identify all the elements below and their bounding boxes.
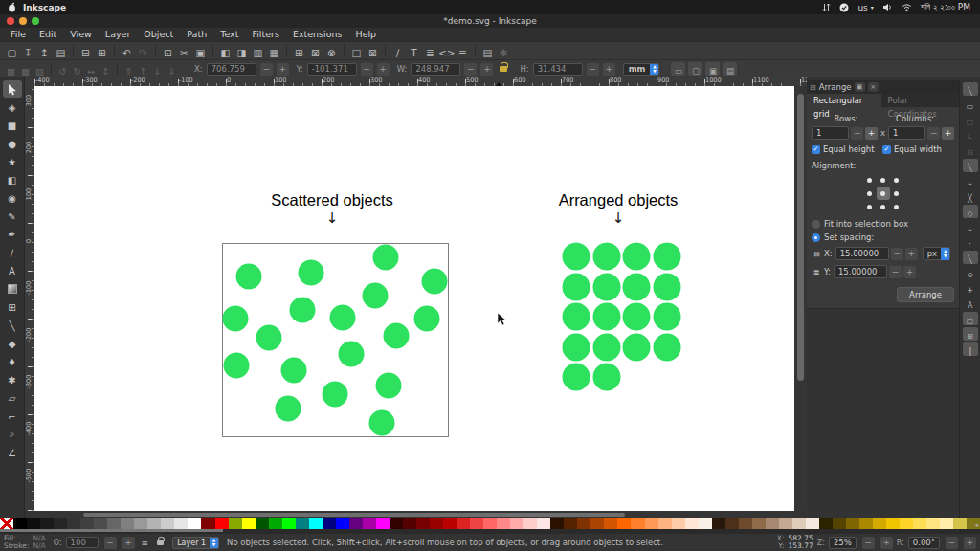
scale-gradient-button[interactable]: ▣ <box>705 62 720 76</box>
scale-corners-button[interactable]: ▢ <box>688 62 702 76</box>
color-swatch[interactable] <box>309 518 323 529</box>
alignment-cell-8[interactable] <box>890 200 903 213</box>
menu-view[interactable]: View <box>63 28 99 41</box>
columns-input[interactable]: 1 <box>888 126 925 140</box>
undo-button[interactable]: ↶ <box>119 44 135 58</box>
spacing-y-increment-button[interactable]: + <box>903 266 916 278</box>
redo-button[interactable]: ↷ <box>135 44 151 58</box>
set-spacing-radio[interactable]: Set spacing: <box>812 232 954 242</box>
color-swatch[interactable] <box>699 518 712 529</box>
menu-text[interactable]: Text <box>213 28 245 41</box>
color-swatch[interactable] <box>229 518 242 529</box>
color-swatch[interactable] <box>457 518 470 529</box>
fill-stroke-indicator[interactable]: Fill: N/A Stroke: N/A <box>4 535 46 550</box>
color-swatch[interactable] <box>792 518 806 529</box>
color-swatch[interactable] <box>953 518 967 529</box>
chevron-down-icon[interactable]: ▾ <box>871 4 874 11</box>
open-recent-button[interactable]: ⊟ <box>78 44 94 58</box>
document-new-button[interactable]: ▢ <box>4 44 20 58</box>
spiral-tool[interactable]: ◉ <box>3 189 22 207</box>
duplicate-button[interactable]: ⊞ <box>291 44 307 58</box>
rotation-decrement-button[interactable]: − <box>946 537 958 549</box>
snap-grid-button[interactable]: ⊞ <box>963 327 978 341</box>
rows-decrement-button[interactable]: − <box>851 127 863 140</box>
flip-horizontal-button[interactable]: ↔ <box>84 62 99 77</box>
save-document-button[interactable]: ⊞ <box>94 44 110 58</box>
close-dialog-button[interactable]: × <box>868 82 879 92</box>
color-swatch[interactable] <box>13 518 27 529</box>
color-swatch[interactable] <box>766 518 779 529</box>
raise-button[interactable]: ↑ <box>136 62 150 77</box>
alignment-cell-4[interactable] <box>877 187 890 200</box>
color-swatch[interactable] <box>886 518 900 529</box>
measure-tool[interactable]: ∠ <box>3 444 22 461</box>
equal-width-checkbox[interactable]: ✓ Equal width <box>882 144 953 154</box>
eraser-tool[interactable]: ▱ <box>3 389 22 407</box>
tweak-tool[interactable]: ♦ <box>3 353 22 370</box>
color-swatch[interactable] <box>725 518 739 529</box>
color-swatch[interactable] <box>510 518 523 529</box>
pencil-tool[interactable]: ✎ <box>3 208 22 225</box>
vertical-ruler[interactable]: 3002001000-100-200-300-400-500 <box>25 86 34 511</box>
color-swatch[interactable] <box>349 518 363 529</box>
columns-decrement-button[interactable]: − <box>927 127 940 140</box>
snap-others-button[interactable]: ╲ <box>963 251 978 264</box>
color-swatch[interactable] <box>107 518 121 529</box>
no-color-swatch[interactable] <box>0 518 13 529</box>
increment-button[interactable]: + <box>480 63 493 76</box>
gradient-tool[interactable] <box>3 280 22 298</box>
increment-button[interactable]: + <box>603 63 615 76</box>
color-swatch[interactable] <box>174 518 188 529</box>
vertical-scrollbar[interactable] <box>794 86 807 511</box>
mesh-tool[interactable]: ⊞ <box>3 298 22 316</box>
rotate-cw-button[interactable]: ↻ <box>70 62 84 77</box>
select-all-button[interactable]: ▩ <box>4 62 18 77</box>
rotate-ccw-button[interactable]: ↺ <box>56 62 70 77</box>
canvas-page[interactable] <box>34 86 794 511</box>
tab-rectangular-grid[interactable]: Rectangular grid <box>807 94 881 107</box>
geometry-h-input[interactable]: 31.434 <box>533 63 583 76</box>
keyboard-layout-indicator[interactable]: us <box>858 3 867 12</box>
zoom-drawing-button[interactable]: ◨ <box>234 44 250 58</box>
increment-button[interactable]: + <box>277 63 289 76</box>
zoom-tool[interactable]: ⌕ <box>3 426 22 443</box>
arrange-button[interactable]: Arrange <box>897 287 954 302</box>
clone-button[interactable]: ⊠ <box>307 44 323 58</box>
color-swatch[interactable] <box>752 518 766 529</box>
menu-help[interactable]: Help <box>348 28 383 41</box>
zoom-page-button[interactable]: ▥ <box>250 44 266 58</box>
copy-button[interactable]: ⊡ <box>160 44 176 58</box>
snap-bbox-edge-button[interactable]: □ <box>963 113 978 126</box>
color-swatch[interactable] <box>40 518 54 529</box>
equal-height-checkbox[interactable]: ✓ Equal height <box>812 144 882 154</box>
color-swatch[interactable] <box>497 518 510 529</box>
zoom-selection-button[interactable]: ◧ <box>217 44 234 58</box>
color-swatch[interactable] <box>577 518 590 529</box>
menu-edit[interactable]: Edit <box>33 28 63 41</box>
opacity-increment-button[interactable]: + <box>122 537 135 549</box>
color-swatch[interactable] <box>685 518 699 529</box>
color-swatch[interactable] <box>363 518 376 529</box>
unit-spinner[interactable]: ▲▼ <box>941 248 949 260</box>
color-swatch[interactable] <box>900 518 913 529</box>
columns-increment-button[interactable]: + <box>942 127 954 140</box>
raise-to-top-button[interactable]: ⇑ <box>122 62 136 77</box>
color-swatch[interactable] <box>430 518 443 529</box>
spacing-x-input[interactable]: 15.00000 <box>835 247 889 260</box>
zoom-decrement-button[interactable]: − <box>862 537 875 549</box>
vertical-scrollbar-thumb[interactable] <box>797 94 804 381</box>
palette-scroll-left-icon[interactable]: ◂ <box>974 521 978 529</box>
page-fit-button[interactable]: ▦ <box>266 44 282 58</box>
color-swatch[interactable] <box>27 518 40 529</box>
select-all-layers-button[interactable]: ▦ <box>18 62 33 77</box>
star-tool[interactable]: ★ <box>3 153 22 170</box>
snap-cusp-node-button[interactable]: ◇ <box>963 205 978 218</box>
spacing-y-input[interactable]: 15.00000 <box>834 265 887 278</box>
text-tool[interactable]: A <box>3 262 22 279</box>
horizontal-scrollbar[interactable] <box>34 511 794 518</box>
scale-stroke-button[interactable]: ▭ <box>671 62 685 76</box>
color-swatch[interactable] <box>712 518 725 529</box>
color-swatch[interactable] <box>403 518 416 529</box>
lock-ratio-icon[interactable] <box>500 66 507 72</box>
snap-guide-button[interactable]: ‖ <box>963 342 978 356</box>
